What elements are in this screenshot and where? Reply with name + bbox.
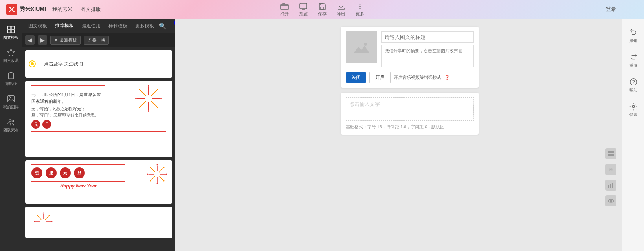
- open-button[interactable]: 开启: [369, 72, 391, 83]
- circle-ying: 迎: [46, 167, 57, 178]
- close-button[interactable]: 关闭: [346, 72, 366, 83]
- save-icon: [317, 2, 327, 10]
- settings-icon: [629, 102, 638, 111]
- switch-button[interactable]: ↺ 换一换: [84, 36, 109, 45]
- svg-point-57: [51, 221, 53, 222]
- action-preview[interactable]: 预览: [299, 2, 308, 17]
- svg-point-55: [43, 213, 44, 214]
- svg-point-29: [157, 107, 158, 108]
- template-card-partial[interactable]: [25, 207, 172, 238]
- template-card-hny[interactable]: 贺 迎 元 旦 Happy New Year: [25, 160, 172, 204]
- sidebar-item-clipboard[interactable]: 剪贴板: [1, 68, 21, 90]
- sidebar-label-clipboard: 剪贴板: [5, 81, 17, 87]
- article-controls: 关闭 开启 开启音乐视频等增强模式 ❓: [346, 72, 474, 83]
- template-card-click-blue[interactable]: 点击蓝字 关注我们: [25, 50, 172, 78]
- tab-more[interactable]: 更多模板: [132, 21, 157, 31]
- sidebar-item-template[interactable]: 图文模板: [1, 22, 21, 44]
- article-fields: [381, 31, 474, 67]
- svg-rect-63: [608, 151, 611, 153]
- switch-icon: ↺: [87, 38, 91, 43]
- main-layout: 图文模板 图文收藏 剪贴板 我的图库 团队素材 图文模板 推荐模板 最近使用 样…: [0, 19, 644, 251]
- svg-point-17: [31, 62, 34, 65]
- svg-rect-12: [8, 96, 15, 102]
- action-export[interactable]: 导出: [336, 2, 346, 17]
- eye-icon[interactable]: [605, 195, 616, 206]
- svg-rect-65: [608, 154, 611, 156]
- login-button[interactable]: 登录: [605, 6, 616, 13]
- article-title-input[interactable]: [381, 31, 474, 43]
- prev-button[interactable]: ◀: [25, 35, 35, 45]
- asterisk-icon[interactable]: ✳: [605, 164, 616, 175]
- article-thumbnail[interactable]: [346, 31, 377, 63]
- svg-line-39: [151, 176, 155, 180]
- sidebar-label-star: 图文收藏: [3, 58, 19, 64]
- sidebar-label-gallery: 我的图库: [3, 104, 19, 110]
- svg-point-48: [147, 174, 149, 175]
- undo-label: 撤销: [629, 38, 637, 44]
- chart-icon[interactable]: [605, 180, 616, 191]
- svg-point-46: [157, 183, 158, 184]
- char-dan: 旦: [42, 120, 51, 129]
- logo-text: 秀米XIUMI: [20, 6, 46, 13]
- help-label: 帮助: [629, 87, 637, 93]
- svg-line-35: [159, 168, 163, 172]
- settings-button[interactable]: 设置: [624, 99, 643, 121]
- music-label: 开启音乐视频等增强模式: [394, 75, 441, 80]
- action-open[interactable]: 打开: [280, 2, 289, 17]
- sidebar-item-gallery[interactable]: 我的图库: [1, 91, 21, 113]
- text-editor-area[interactable]: 点击输入文字: [346, 97, 474, 121]
- svg-line-41: [151, 168, 155, 172]
- tab-sample[interactable]: 样刊模板: [105, 21, 130, 31]
- filter-button[interactable]: ▼ 最新模板: [50, 36, 81, 45]
- svg-rect-8: [11, 26, 14, 29]
- action-open-label: 打开: [280, 11, 289, 17]
- nav-item-mine[interactable]: 我的秀米: [52, 6, 73, 13]
- card2-desc1: 元，谓'始'，凡数之始称为'元'； 旦，谓'日'；'元旦'即'初始之日'的意思。: [31, 106, 112, 118]
- svg-rect-1: [300, 3, 307, 9]
- svg-point-75: [632, 105, 635, 108]
- svg-rect-11: [9, 73, 14, 79]
- search-icon[interactable]: 🔍: [159, 22, 167, 30]
- svg-point-15: [12, 120, 14, 122]
- svg-point-56: [49, 215, 50, 216]
- sidebar-label-template: 图文模板: [3, 35, 19, 40]
- help-button[interactable]: 帮助: [624, 75, 643, 96]
- action-save[interactable]: 保存: [317, 2, 327, 17]
- action-save-label: 保存: [318, 11, 327, 17]
- sidebar-item-team[interactable]: 团队素材: [1, 115, 21, 136]
- template-card-new-year[interactable]: 元旦，即公历的1月1日，是世界多数国家通称的新年。 元，谓'始'，凡数之始称为'…: [25, 81, 172, 157]
- action-more-label: 更多: [356, 11, 364, 17]
- next-button[interactable]: ▶: [38, 35, 47, 45]
- article-header-card: 关闭 开启 开启音乐视频等增强模式 ❓: [341, 27, 479, 88]
- svg-line-53: [38, 216, 41, 220]
- svg-text:✳: ✳: [609, 166, 613, 173]
- svg-rect-0: [281, 4, 288, 10]
- undo-button[interactable]: 撤销: [624, 25, 643, 47]
- logo[interactable]: 秀米XIUMI: [6, 4, 46, 15]
- firework-decoration: [129, 83, 168, 118]
- grid-icon[interactable]: [605, 148, 616, 159]
- svg-point-44: [166, 174, 167, 175]
- nav-item-layout[interactable]: 图文排版: [81, 6, 101, 13]
- svg-point-47: [150, 180, 151, 182]
- template-tabs: 图文模板 推荐模板 最近使用 样刊模板 更多模板 🔍 主题色: [22, 19, 175, 33]
- sidebar: 图文模板 图文收藏 剪贴板 我的图库 团队素材: [0, 19, 22, 251]
- action-export-label: 导出: [337, 11, 345, 17]
- text-editor-card: 点击输入文字 基础格式：字号 16，行间距 1.6，字间距 0，默认图: [341, 93, 479, 135]
- article-desc-area[interactable]: [381, 45, 474, 67]
- tab-recent[interactable]: 最近使用: [79, 21, 104, 31]
- svg-rect-7: [8, 26, 11, 29]
- action-more[interactable]: 更多: [355, 2, 365, 17]
- sidebar-item-star[interactable]: 图文收藏: [1, 45, 21, 67]
- svg-rect-69: [610, 184, 611, 188]
- music-help-icon[interactable]: ❓: [444, 75, 450, 80]
- tab-recommended[interactable]: 推荐模板: [52, 21, 77, 31]
- svg-rect-9: [8, 30, 11, 33]
- svg-point-49: [150, 167, 151, 168]
- circle-dan: 旦: [74, 167, 85, 178]
- template-list: 点击蓝字 关注我们: [22, 47, 175, 251]
- redo-button[interactable]: 重做: [624, 50, 643, 71]
- tab-wenmo[interactable]: 图文模板: [25, 21, 50, 31]
- svg-point-59: [34, 221, 35, 222]
- svg-point-33: [139, 89, 140, 90]
